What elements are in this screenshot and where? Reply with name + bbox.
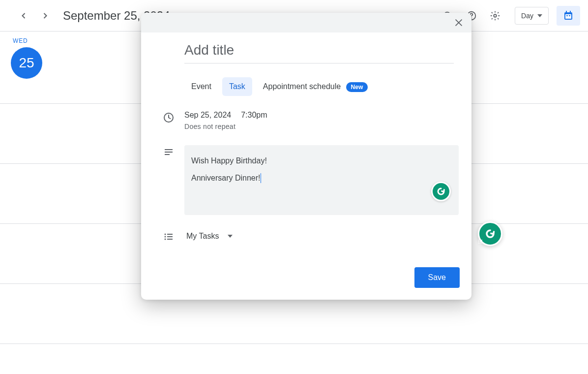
description-line: Wish Happy Birthday! (191, 156, 267, 165)
list-icon (163, 231, 175, 243)
svg-rect-8 (570, 11, 571, 13)
clock-icon (163, 112, 175, 124)
tasklist-dropdown[interactable]: My Tasks (184, 229, 235, 244)
dialog-footer: Save (153, 267, 460, 288)
grid-line (0, 343, 588, 374)
description-icon (163, 146, 175, 158)
grammarly-float-badge[interactable] (478, 221, 502, 246)
tasklist-label: My Tasks (186, 232, 219, 241)
svg-point-15 (165, 234, 166, 235)
svg-rect-7 (566, 11, 567, 13)
svg-rect-9 (566, 15, 568, 16)
dropdown-arrow-icon (228, 235, 233, 238)
close-icon (453, 17, 464, 28)
drag-dots-icon (478, 240, 482, 244)
type-tabs: Event Task Appointment schedule New (184, 77, 460, 96)
repeat-label[interactable]: Does not repeat (184, 123, 267, 130)
nav-arrow-group (14, 6, 55, 26)
grammarly-inline-badge[interactable] (431, 182, 451, 201)
datetime-content: Sep 25, 2024 7:30pm Does not repeat (184, 111, 267, 130)
datetime-row: Sep 25, 2024 7:30pm Does not repeat (153, 111, 460, 130)
svg-point-4 (494, 14, 497, 17)
clock-icon-cell (153, 111, 184, 124)
tab-appointment[interactable]: Appointment schedule New (256, 77, 375, 96)
date-chip[interactable]: Sep 25, 2024 (184, 111, 231, 120)
svg-point-16 (165, 236, 166, 238)
time-chip[interactable]: 7:30pm (241, 111, 267, 120)
list-icon-cell (153, 230, 184, 243)
dropdown-arrow-icon (537, 14, 542, 17)
tab-event[interactable]: Event (184, 77, 218, 96)
create-task-dialog: Event Task Appointment schedule New Sep … (141, 13, 471, 300)
description-row: Wish Happy Birthday! Anniversary Dinner! (153, 145, 460, 215)
settings-button[interactable] (485, 6, 505, 26)
gear-icon (490, 10, 500, 21)
chevron-right-icon (40, 11, 50, 21)
save-button[interactable]: Save (414, 267, 460, 288)
title-input[interactable] (184, 40, 454, 63)
calendar-icon (562, 10, 574, 22)
day-number-badge[interactable]: 25 (11, 47, 42, 79)
svg-point-17 (165, 239, 166, 240)
new-badge: New (346, 82, 368, 92)
description-textarea[interactable]: Wish Happy Birthday! Anniversary Dinner! (184, 145, 459, 215)
view-selector[interactable]: Day (515, 7, 549, 25)
tasklist-row: My Tasks (153, 229, 460, 244)
tab-task[interactable]: Task (222, 77, 252, 96)
prev-day-button[interactable] (14, 6, 33, 26)
calendar-view-toggle[interactable] (557, 6, 580, 26)
grammarly-icon (431, 182, 451, 201)
text-cursor (261, 173, 261, 183)
grammarly-icon (478, 221, 502, 246)
description-icon-cell (153, 145, 184, 158)
dialog-body: Event Task Appointment schedule New Sep … (141, 32, 471, 300)
description-line: Anniversary Dinner! (191, 174, 261, 182)
svg-rect-10 (569, 15, 570, 16)
tab-appointment-label: Appointment schedule (263, 82, 341, 91)
dialog-header (141, 13, 471, 32)
next-day-button[interactable] (35, 6, 55, 26)
close-button[interactable] (450, 14, 468, 31)
view-selector-label: Day (521, 12, 533, 20)
svg-rect-6 (565, 14, 571, 19)
chevron-left-icon (19, 11, 29, 21)
